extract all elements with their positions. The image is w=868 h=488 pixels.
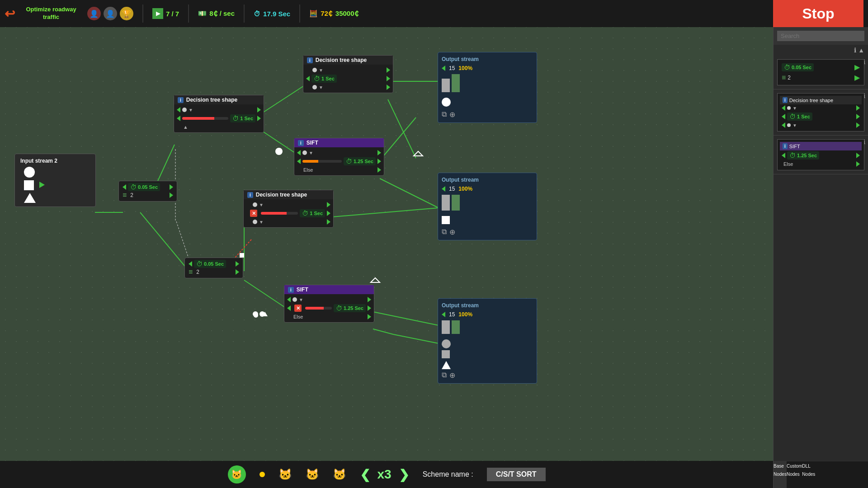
multiplier-control: ❮ x3 ❯ <box>360 467 409 482</box>
sift2-out-top[interactable] <box>368 297 371 302</box>
os2-title: Output stream <box>442 177 533 183</box>
svg-marker-19 <box>371 278 380 282</box>
sift2-timer: ⏱ 1.25 Sec <box>334 304 366 312</box>
os3-icons[interactable]: ⧉ ⊕ <box>442 371 533 380</box>
os1-settings-icon[interactable]: ⊕ <box>449 110 455 119</box>
rp-arr-out-2[interactable] <box>856 114 860 119</box>
mult-left-btn[interactable]: ❮ <box>360 467 370 482</box>
proc1-out2[interactable] <box>170 192 173 198</box>
bottombar: 🐱 🐱 🐱 🐱 ❮ x3 ❯ Scheme name : C/S/T SORT <box>0 461 773 488</box>
main-canvas[interactable]: Input stream 2 ⏱ 0.05 Sec ≡ 2 <box>0 27 773 461</box>
svg-line-13 <box>373 329 393 334</box>
rp-else-arr-out[interactable] <box>856 161 860 167</box>
rp-arrow-right-2[interactable]: ▶ <box>854 73 860 82</box>
base-nodes-tab[interactable]: BaseNodes <box>774 461 787 488</box>
dt1-slider[interactable] <box>182 117 228 120</box>
dt2-out-bot[interactable] <box>387 84 390 90</box>
lines-icon-1: ≡ <box>782 74 786 82</box>
rp-sift-arr-in <box>782 153 785 158</box>
lines-icon-p1: ≡ <box>123 191 127 199</box>
dt3-dot-bot <box>253 220 257 224</box>
os1-layers-icon[interactable]: ⧉ <box>442 110 447 119</box>
sift2-slider[interactable] <box>305 307 332 310</box>
topbar: ↩ Optimize roadway traffic 👤 👤 🏆 ▶ 7 / 7… <box>0 0 868 27</box>
info-icon-top: ℹ <box>854 47 856 54</box>
proc2-out2[interactable] <box>236 269 239 275</box>
timer-value: 17.9 Sec <box>263 10 290 18</box>
output-stream-3: Output stream 15 100% ⧉ ⊕ <box>438 298 537 384</box>
i-badge-rp2: i <box>783 97 788 103</box>
circle-shape <box>24 167 35 178</box>
search-bar[interactable] <box>774 27 868 45</box>
mult-value: x3 <box>377 467 392 482</box>
dt3-timer: ⏱ 1 Sec <box>300 209 325 217</box>
svg-marker-18 <box>414 151 423 156</box>
os2-layers-icon[interactable]: ⧉ <box>442 228 447 236</box>
avatars: 👤 👤 🏆 <box>87 7 133 20</box>
dt3-out-top[interactable] <box>327 202 330 207</box>
sift2-in2 <box>287 305 291 311</box>
svg-line-10 <box>244 280 285 307</box>
os3-settings-icon[interactable]: ⊕ <box>449 371 455 380</box>
dt2-i-badge: i <box>307 57 313 63</box>
dt2-in-mid <box>306 76 310 81</box>
mult-right-btn[interactable]: ❯ <box>399 467 409 482</box>
rp-item-2: ℹ i Decision tree shape ▼ ⏱ 1 Sec <box>774 89 868 136</box>
proc1-out[interactable] <box>170 184 173 190</box>
os2-settings-icon[interactable]: ⊕ <box>449 228 455 236</box>
timer-icon: ⏱ <box>254 10 260 18</box>
dt2-out-top[interactable] <box>387 67 390 73</box>
dt3-out-mid[interactable] <box>327 211 330 216</box>
dll-nodes-tab[interactable]: DLLNodes <box>802 461 815 488</box>
dt3-out-bot[interactable] <box>327 219 330 225</box>
avatar-2: 👤 <box>104 7 117 20</box>
os2-percent: 100% <box>458 186 472 192</box>
sift1-out-top[interactable] <box>377 150 381 155</box>
dt1-out-mid[interactable] <box>257 116 261 121</box>
dt1-in-mid <box>177 116 180 121</box>
cat-icon-2[interactable]: 🐱 <box>306 468 319 481</box>
sift1-timer: ⏱ 1.25 Sec <box>344 157 376 165</box>
scheme-name-input[interactable]: C/S/T SORT <box>487 468 546 481</box>
rp-arrow-right-1[interactable]: ▶ <box>854 63 860 71</box>
cat-icon-3[interactable]: 🐱 <box>333 468 346 481</box>
sift1-i-badge: i <box>298 140 304 146</box>
dt1-i-badge: i <box>178 97 184 103</box>
scroll-up-icon[interactable]: ▲ <box>858 47 864 54</box>
os1-icons[interactable]: ⧉ ⊕ <box>442 110 533 119</box>
sift1-out-else[interactable] <box>377 167 381 173</box>
dt2-out-mid[interactable] <box>387 76 390 81</box>
dt3-dot-top <box>253 202 257 207</box>
sift2-out-mid[interactable] <box>368 305 371 311</box>
input-stream-arrow <box>39 182 45 188</box>
search-input[interactable] <box>777 31 864 41</box>
os3-layers-icon[interactable]: ⧉ <box>442 371 447 380</box>
square-connector <box>240 253 244 258</box>
back-button[interactable]: ↩ <box>5 6 15 21</box>
os2-icons[interactable]: ⧉ ⊕ <box>442 228 533 236</box>
rp-arr-out-1[interactable] <box>856 105 860 111</box>
base-nodes-label: BaseNodes <box>774 464 787 477</box>
custom-nodes-label: CustomNodes <box>787 464 802 477</box>
sift2-out-else[interactable] <box>368 314 371 319</box>
rp-arr-out-3[interactable] <box>856 122 860 128</box>
avatar-1: 👤 <box>87 7 101 20</box>
stop-button[interactable]: Stop <box>773 0 863 27</box>
rate-value: 8₵ / sec <box>209 9 235 18</box>
os1-bar-1 <box>442 79 450 92</box>
proc1-timer: ⏱ 0.05 Sec <box>128 183 160 191</box>
proc2-out[interactable] <box>236 261 239 267</box>
cat-icon-1[interactable]: 🐱 <box>278 468 292 481</box>
input-stream-node: Input stream 2 <box>14 154 96 207</box>
dt3-i-badge: i <box>247 192 253 198</box>
sift1-out-mid[interactable] <box>377 159 381 164</box>
rp-else-label: Else <box>782 161 793 167</box>
sift2-title: SIFT <box>297 286 308 293</box>
custom-nodes-tab[interactable]: CustomNodes <box>787 461 802 488</box>
sift1-slider[interactable] <box>302 160 342 163</box>
dt-node-1: i Decision tree shape ▼ ⏱ 1 Sec <box>174 95 264 133</box>
rate-stat: 💵 8₵ / sec <box>198 9 235 18</box>
dt3-slider[interactable] <box>261 212 298 215</box>
dt1-out-top[interactable] <box>257 107 261 113</box>
rp-sift-arr-out[interactable] <box>856 153 860 158</box>
